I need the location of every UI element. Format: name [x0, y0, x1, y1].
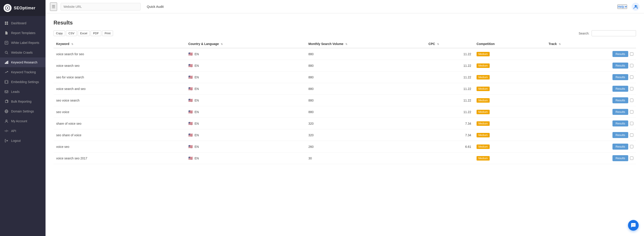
user-icon-button[interactable]	[632, 3, 640, 11]
track-checkbox-9[interactable]	[630, 157, 633, 160]
svg-point-27	[632, 225, 633, 225]
sidebar-item-domain-settings[interactable]: Domain Settings	[0, 106, 46, 116]
help-label: Help	[618, 5, 624, 9]
help-button[interactable]: Help ▾	[617, 5, 627, 9]
action-btn-excel[interactable]: Excel	[78, 31, 90, 36]
sidebar-item-keyword-research[interactable]: Keyword Research	[0, 57, 46, 67]
sidebar-nav: Dashboard Report Templates White Label R…	[0, 16, 46, 236]
keyword-research-icon	[4, 60, 8, 64]
sidebar-item-api[interactable]: API	[0, 126, 46, 136]
cell-country-7: 🇺🇸 EN	[186, 129, 306, 141]
cell-lang-4: EN	[194, 99, 199, 102]
results-btn-2[interactable]: Results	[612, 74, 628, 80]
action-btn-copy[interactable]: Copy	[54, 31, 65, 36]
sidebar-item-white-label-reports[interactable]: White Label Reports	[0, 38, 46, 48]
cell-competition-8: Medium	[474, 141, 546, 153]
cell-cpc-6: 7.34	[426, 118, 474, 129]
cell-volume-6: 320	[306, 118, 426, 129]
sort-icon-track: ⇅	[559, 43, 561, 46]
chat-bubble-button[interactable]	[628, 220, 639, 231]
table-row: voice search seo 2017 🇺🇸 EN 30 Medium Re…	[54, 153, 636, 164]
results-btn-4[interactable]: Results	[612, 97, 628, 103]
search-input[interactable]	[592, 30, 636, 36]
cell-volume-7: 320	[306, 129, 426, 141]
cell-volume-8: 260	[306, 141, 426, 153]
track-checkbox-3[interactable]	[630, 87, 633, 90]
track-checkbox-4[interactable]	[630, 99, 633, 102]
track-checkbox-7[interactable]	[630, 133, 633, 137]
action-btn-csv[interactable]: CSV	[66, 31, 77, 36]
cell-keyword-8: voice seo	[54, 141, 186, 153]
results-btn-6[interactable]: Results	[612, 121, 628, 127]
svg-point-28	[633, 225, 634, 225]
sidebar-item-embedding-settings[interactable]: Embedding Settings	[0, 77, 46, 87]
track-checkbox-5[interactable]	[630, 110, 633, 113]
logo-text: SEOptimer	[14, 6, 36, 11]
sidebar-item-my-account[interactable]: My Account	[0, 116, 46, 126]
sidebar-item-report-templates[interactable]: Report Templates	[0, 28, 46, 38]
cell-keyword-3: voice search and seo	[54, 83, 186, 95]
cell-track-8: Results	[546, 141, 636, 153]
sidebar-item-label-logout: Logout	[11, 139, 21, 143]
results-btn-1[interactable]: Results	[612, 63, 628, 69]
cell-cpc-0: 11.22	[426, 48, 474, 60]
sidebar-item-website-crawls[interactable]: Website Crawls	[0, 48, 46, 57]
results-btn-5[interactable]: Results	[612, 109, 628, 115]
col-header-cpc: CPC ⇅	[426, 40, 474, 48]
cell-cpc-4: 11.22	[426, 95, 474, 106]
api-icon	[4, 129, 8, 133]
sort-icon-volume: ⇅	[345, 43, 347, 46]
cell-keyword-6: share of voice seo	[54, 118, 186, 129]
cell-track-0: Results	[546, 48, 636, 60]
action-btn-pdf[interactable]: PDF	[90, 31, 101, 36]
cell-country-4: 🇺🇸 EN	[186, 95, 306, 106]
svg-rect-18	[5, 91, 8, 93]
competition-badge-2: Medium	[476, 75, 490, 79]
quick-audit-button[interactable]: Quick Audit	[144, 3, 166, 10]
results-btn-3[interactable]: Results	[612, 86, 628, 92]
white-label-reports-icon	[4, 41, 8, 45]
hamburger-button[interactable]: ☰	[50, 3, 57, 11]
track-checkbox-2[interactable]	[630, 75, 633, 79]
sidebar-item-keyword-tracking[interactable]: Keyword Tracking	[0, 67, 46, 77]
search-label: Search:	[579, 32, 589, 35]
sidebar-item-logout[interactable]: Logout	[0, 136, 46, 146]
competition-badge-3: Medium	[476, 87, 490, 91]
track-checkbox-6[interactable]	[630, 122, 633, 125]
results-btn-8[interactable]: Results	[612, 144, 628, 150]
cell-country-1: 🇺🇸 EN	[186, 60, 306, 71]
dashboard-icon	[4, 21, 8, 25]
track-checkbox-1[interactable]	[630, 64, 633, 67]
competition-badge-0: Medium	[476, 52, 490, 56]
track-checkbox-0[interactable]	[630, 52, 633, 56]
sidebar-item-label-domain-settings: Domain Settings	[11, 109, 34, 113]
table-row: seo share of voice 🇺🇸 EN 320 7.34 Medium…	[54, 129, 636, 141]
sidebar-item-label-my-account: My Account	[11, 119, 27, 123]
svg-point-10	[5, 51, 7, 53]
col-header-track: Track ⇅	[546, 40, 636, 48]
sidebar-item-label-keyword-tracking: Keyword Tracking	[11, 70, 36, 74]
sidebar-item-dashboard[interactable]: Dashboard	[0, 18, 46, 28]
page-title: Results	[54, 20, 636, 26]
header: ☰ Quick Audit Help ▾	[46, 0, 644, 13]
cell-cpc-3: 11.22	[426, 83, 474, 95]
sidebar-item-leads[interactable]: Leads	[0, 87, 46, 97]
col-header-keyword: Keyword ⇅	[54, 40, 186, 48]
track-checkbox-8[interactable]	[630, 145, 633, 148]
results-btn-0[interactable]: Results	[612, 51, 628, 57]
cell-cpc-9	[426, 153, 474, 164]
action-btn-print[interactable]: Print	[102, 31, 113, 36]
results-btn-9[interactable]: Results	[612, 155, 628, 161]
sidebar-item-bulk-reporting[interactable]: Bulk Reporting	[0, 97, 46, 106]
svg-line-23	[6, 130, 7, 132]
cell-cpc-8: 6.61	[426, 141, 474, 153]
keyword-tracking-icon	[4, 70, 8, 74]
cell-country-3: 🇺🇸 EN	[186, 83, 306, 95]
cell-country-8: 🇺🇸 EN	[186, 141, 306, 153]
table-row: seo for voice search 🇺🇸 EN 880 11.22 Med…	[54, 71, 636, 83]
table-row: seo voice 🇺🇸 EN 880 11.22 Medium Results	[54, 106, 636, 118]
cell-country-0: 🇺🇸 EN	[186, 48, 306, 60]
results-btn-7[interactable]: Results	[612, 132, 628, 138]
competition-badge-8: Medium	[476, 145, 490, 149]
url-input[interactable]	[60, 3, 140, 11]
